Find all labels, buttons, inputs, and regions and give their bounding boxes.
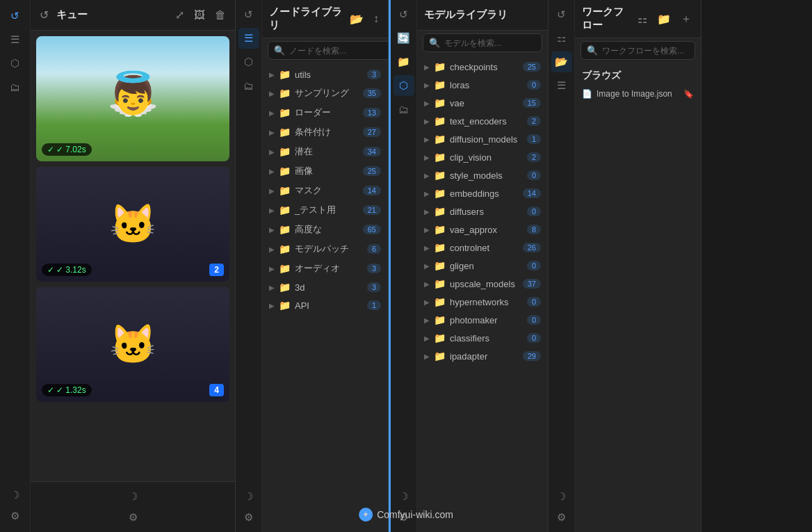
node-search-input[interactable] xyxy=(289,46,388,56)
workflow-add-btn[interactable]: ＋ xyxy=(679,10,694,29)
model-tree-item[interactable]: ▶ 📁 text_encoders 2 xyxy=(417,112,548,130)
model-tree-item[interactable]: ▶ 📁 diffusion_models 1 xyxy=(417,130,548,148)
node-tree-item[interactable]: ▶ 📁 _テスト用 21 xyxy=(262,200,388,220)
queue-moon-icon[interactable]: ☽ xyxy=(122,486,143,507)
model-tree-item[interactable]: ▶ 📁 loras 0 xyxy=(417,76,548,94)
folder-icon[interactable]: 🗂 xyxy=(5,76,26,97)
workflow-file-icon: 📄 xyxy=(582,89,592,99)
workflow-header: ワークフロー ⚏ 📁 ＋ xyxy=(575,0,701,38)
model-tree-item[interactable]: ▶ 📁 embeddings 14 xyxy=(417,184,548,202)
check-icon-2: ✓ xyxy=(47,265,54,275)
chevron-icon: ▶ xyxy=(424,334,430,342)
node-tree-item[interactable]: ▶ 📁 モデルパッチ 6 xyxy=(262,239,388,259)
node-tree-item[interactable]: ▶ 📁 API 1 xyxy=(262,296,388,314)
history-icon[interactable]: ↺ xyxy=(5,6,26,26)
node-folder-add-icon[interactable]: 📂 xyxy=(348,10,366,28)
list-icon[interactable]: ☰ xyxy=(5,29,26,50)
queue-item-3[interactable]: ✓ ✓ 1.32s 4 xyxy=(36,287,229,402)
node-item-count: 27 xyxy=(363,127,381,137)
node-list-icon[interactable]: ☰ xyxy=(238,28,259,49)
node-history-icon[interactable]: ↺ xyxy=(238,4,259,25)
node-item-count: 6 xyxy=(367,244,381,254)
workflow-moon-icon[interactable]: ☽ xyxy=(551,486,572,507)
model-tree-item[interactable]: ▶ 📁 hypernetworks 0 xyxy=(417,293,548,311)
model-cube-icon[interactable]: ⬡ xyxy=(393,75,414,96)
queue-item-2-time: ✓ ✓ 3.12s xyxy=(42,264,92,276)
node-folder-icon[interactable]: 🗂 xyxy=(238,75,259,96)
model-tree-item[interactable]: ▶ 📁 clip_vision 2 xyxy=(417,148,548,166)
workflow-settings-icon[interactable]: ⚙ xyxy=(551,507,572,528)
model-tree-item[interactable]: ▶ 📁 vae 15 xyxy=(417,94,548,112)
folder-icon: 📁 xyxy=(434,296,446,307)
model-list2-icon[interactable]: 🗂 xyxy=(393,99,414,120)
workflow-apps-btn[interactable]: ⚏ xyxy=(635,10,649,28)
model-settings-icon[interactable]: ⚙ xyxy=(393,507,414,528)
node-library-side: ↺ ☰ ⬡ 🗂 ☽ ⚙ xyxy=(236,0,262,532)
moon-icon[interactable]: ☽ xyxy=(5,485,26,506)
model-tree-item[interactable]: ▶ 📁 gligen 0 xyxy=(417,257,548,275)
chevron-icon: ▶ xyxy=(424,81,430,89)
workflow-folder-btn[interactable]: 📁 xyxy=(655,10,673,28)
queue-trash-icon[interactable]: 🗑 xyxy=(213,7,228,24)
settings-icon[interactable]: ⚙ xyxy=(5,506,26,526)
node-tree-item[interactable]: ▶ 📁 3d 3 xyxy=(262,278,388,296)
queue-image-icon[interactable]: 🖼 xyxy=(192,7,207,24)
model-search-input[interactable] xyxy=(444,38,536,48)
queue-item-1[interactable]: ✓ ✓ 7.02s xyxy=(36,36,229,161)
model-search-bar[interactable]: 🔍 xyxy=(423,33,542,52)
model-item-label: vae xyxy=(450,98,519,108)
box-icon[interactable]: ⬡ xyxy=(5,53,26,74)
node-tree-item[interactable]: ▶ 📁 サンプリング 35 xyxy=(262,83,388,103)
workflow-apps-icon[interactable]: ⚏ xyxy=(551,28,572,49)
folder-icon: 📁 xyxy=(279,107,291,118)
node-tree-item[interactable]: ▶ 📁 ローダー 13 xyxy=(262,103,388,122)
workflow-list-icon[interactable]: ☰ xyxy=(551,75,572,96)
workflow-search-input[interactable] xyxy=(602,46,689,56)
model-item-count: 0 xyxy=(527,80,541,90)
model-history-icon[interactable]: ↺ xyxy=(393,4,414,25)
chevron-icon: ▶ xyxy=(424,244,430,252)
node-settings-icon[interactable]: ⚙ xyxy=(238,507,259,528)
model-tree-item[interactable]: ▶ 📁 diffusers 0 xyxy=(417,202,548,220)
queue-expand-icon[interactable]: ⤢ xyxy=(173,6,186,24)
node-tree-item[interactable]: ▶ 📁 utils 3 xyxy=(262,65,388,83)
queue-item-2[interactable]: ✓ ✓ 3.12s 2 xyxy=(36,167,229,282)
node-moon-icon[interactable]: ☽ xyxy=(238,486,259,507)
workflow-history-icon[interactable]: ↺ xyxy=(551,4,572,25)
workflow-browse-label: ブラウズ xyxy=(575,63,701,85)
model-moon-icon[interactable]: ☽ xyxy=(393,486,414,507)
node-tree-item[interactable]: ▶ 📁 オーディオ 3 xyxy=(262,259,388,278)
chevron-icon: ▶ xyxy=(424,118,430,125)
queue-content: ✓ ✓ 7.02s ✓ ✓ 3.12s 2 xyxy=(31,31,235,481)
model-tree-item[interactable]: ▶ 📁 ipadapter 29 xyxy=(417,347,548,365)
model-folder-icon[interactable]: 📁 xyxy=(393,51,414,72)
folder-icon: 📁 xyxy=(434,152,446,163)
workflow-folder-open-icon[interactable]: 📂 xyxy=(551,51,572,72)
node-item-label: 高度な xyxy=(295,223,359,236)
workflow-bookmark-icon[interactable]: 🔖 xyxy=(683,89,694,99)
node-tree-item[interactable]: ▶ 📁 画像 25 xyxy=(262,161,388,181)
queue-item-3-count: 4 xyxy=(209,384,224,396)
model-refresh-icon[interactable]: 🔄 xyxy=(393,28,414,49)
node-search-bar[interactable]: 🔍 xyxy=(268,41,388,60)
workflow-search-bar[interactable]: 🔍 xyxy=(580,41,695,60)
model-tree-item[interactable]: ▶ 📁 style_models 0 xyxy=(417,166,548,184)
model-tree-item[interactable]: ▶ 📁 classifiers 0 xyxy=(417,329,548,347)
model-tree-item[interactable]: ▶ 📁 photomaker 0 xyxy=(417,311,548,329)
node-tree-item[interactable]: ▶ 📁 条件付け 27 xyxy=(262,122,388,142)
workflow-file-item[interactable]: 📄 Image to Image.json 🔖 xyxy=(575,85,701,103)
model-tree-item[interactable]: ▶ 📁 checkpoints 25 xyxy=(417,58,548,76)
node-tree-item[interactable]: ▶ 📁 高度な 65 xyxy=(262,220,388,239)
queue-history-icon[interactable]: ↺ xyxy=(38,6,51,24)
node-item-label: マスク xyxy=(295,184,359,197)
model-tree-item[interactable]: ▶ 📁 vae_approx 8 xyxy=(417,220,548,239)
node-tree-item[interactable]: ▶ 📁 潜在 34 xyxy=(262,142,388,161)
queue-settings-icon[interactable]: ⚙ xyxy=(122,507,143,528)
node-sort-icon[interactable]: ↕ xyxy=(371,10,381,27)
model-item-count: 15 xyxy=(523,98,541,108)
node-tree-item[interactable]: ▶ 📁 マスク 14 xyxy=(262,181,388,200)
model-tree-item[interactable]: ▶ 📁 upscale_models 37 xyxy=(417,275,548,293)
chevron-icon: ▶ xyxy=(269,148,275,156)
model-tree-item[interactable]: ▶ 📁 controlnet 26 xyxy=(417,239,548,257)
node-box-icon[interactable]: ⬡ xyxy=(238,51,259,72)
